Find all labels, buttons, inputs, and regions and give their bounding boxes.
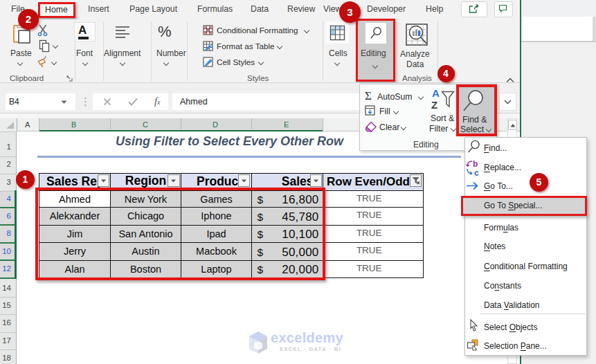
svg-text:b: b xyxy=(473,159,478,169)
svg-text:c: c xyxy=(474,168,479,177)
